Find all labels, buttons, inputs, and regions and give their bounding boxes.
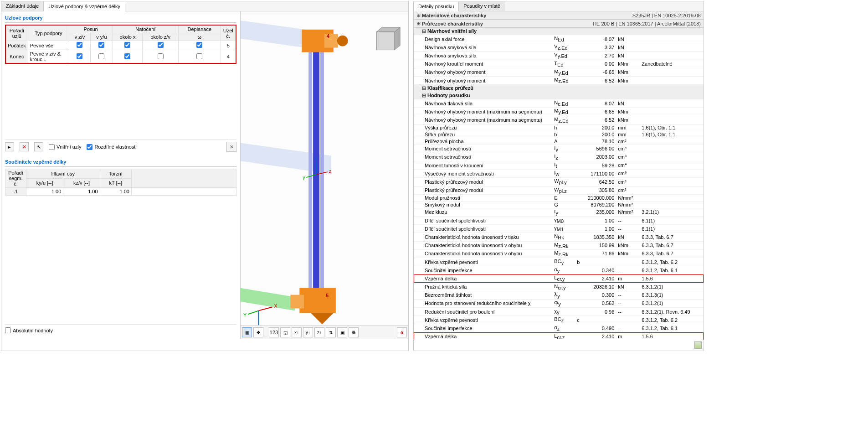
right-panel: Detaily posudku Posudky v místě ⊞ Materi…	[413, 1, 704, 351]
vp-view-icon[interactable]: ◲	[280, 327, 290, 337]
svg-text:x: x	[315, 155, 318, 161]
vp-box-icon[interactable]: ▣	[337, 327, 347, 337]
vp-move-icon[interactable]: ✥	[253, 327, 263, 337]
left-tabs: Základní údaje Uzlové podpory & vzpěrné …	[1, 1, 408, 11]
expand-icon[interactable]: ⊞	[416, 21, 422, 26]
svg-text:Y: Y	[243, 312, 247, 318]
supports-grid[interactable]: Pořadíuzlů Typ podpory Posun Natočení De…	[5, 25, 236, 64]
supports-toolbar: ▸ ✕ ↖ Vnitřní uzly Rozdílné vlastnosti ✕	[5, 140, 236, 152]
diff-props-check[interactable]: Rozdílné vlastnosti	[87, 144, 136, 150]
svg-text:4: 4	[327, 33, 330, 39]
svg-rect-20	[376, 32, 395, 50]
viewport-toolbar: ▦ ✥ 123 ◲ x↑ y↑ z↑ ⇅ ▣ 🖶 α	[241, 326, 408, 339]
coef-grid[interactable]: Pořadísegm. č. Hlavní osy Torzní ky/u [-…	[5, 169, 236, 196]
vp-axis-x-icon[interactable]: x↑	[292, 327, 302, 337]
svg-line-25	[248, 310, 259, 314]
svg-rect-4	[308, 48, 312, 297]
vp-axis-z-icon[interactable]: z↑	[314, 327, 324, 337]
svg-rect-10	[299, 288, 336, 313]
svg-text:z: z	[329, 168, 332, 174]
section-header[interactable]: ⊞ Průřezové charakteristiky HE 200 B | E…	[414, 20, 704, 28]
left-column: Uzlové podpory Pořadíuzlů Typ podpory Po…	[1, 11, 241, 339]
vp-flip-icon[interactable]: ⇅	[326, 327, 336, 337]
svg-point-8	[337, 36, 348, 47]
tab-basic[interactable]: Základní údaje	[1, 1, 44, 11]
results-table[interactable]: ⊟Návrhové vnitřní sílyDesign axial force…	[414, 28, 704, 340]
right-tabs: Detaily posudku Posudky v místě	[414, 1, 704, 11]
svg-marker-12	[311, 313, 334, 324]
vp-dim-icon[interactable]: 123	[269, 327, 279, 337]
viewport-3d[interactable]: 4 5 z y x	[241, 11, 408, 339]
svg-marker-2	[241, 288, 295, 311]
supports-title: Uzlové podpory	[5, 14, 236, 23]
svg-rect-11	[290, 295, 304, 309]
svg-text:5: 5	[326, 293, 329, 298]
tab-detail[interactable]: Detaily posudku	[414, 2, 459, 11]
vp-print-icon[interactable]: 🖶	[349, 327, 359, 337]
tab-supports[interactable]: Uzlové podpory & vzpěrné délky	[44, 2, 125, 11]
svg-text:y: y	[303, 175, 305, 180]
abs-values-check[interactable]: Absolutní hodnoty	[5, 324, 236, 336]
material-header[interactable]: ⊞ Materiálové charakteristiky S235JR | E…	[414, 11, 704, 20]
status-icon[interactable]	[694, 341, 702, 349]
svg-rect-5	[320, 48, 324, 297]
inner-nodes-check[interactable]: Vnitřní uzly	[49, 144, 81, 150]
nav-cube-icon	[376, 27, 400, 50]
vp-select-icon[interactable]: ▦	[242, 327, 252, 337]
pick-node-icon[interactable]: ↖	[34, 142, 43, 151]
add-row-icon[interactable]: ▸	[5, 142, 14, 151]
svg-text:X: X	[274, 303, 278, 309]
tab-local[interactable]: Posudky v místě	[459, 1, 505, 11]
svg-line-23	[259, 307, 272, 310]
scene-svg: 4 5 z y x	[241, 11, 408, 329]
delete-row-icon[interactable]: ✕	[20, 142, 29, 151]
close-icon[interactable]: ✕	[226, 142, 236, 152]
vp-axis-y-icon[interactable]: y↑	[303, 327, 313, 337]
expand-icon[interactable]: ⊞	[416, 12, 422, 18]
coef-title: Součinitele vzpěrné délky	[5, 158, 236, 167]
vp-ok-icon[interactable]: α	[397, 327, 407, 337]
left-panel: Základní údaje Uzlové podpory & vzpěrné …	[1, 1, 409, 351]
